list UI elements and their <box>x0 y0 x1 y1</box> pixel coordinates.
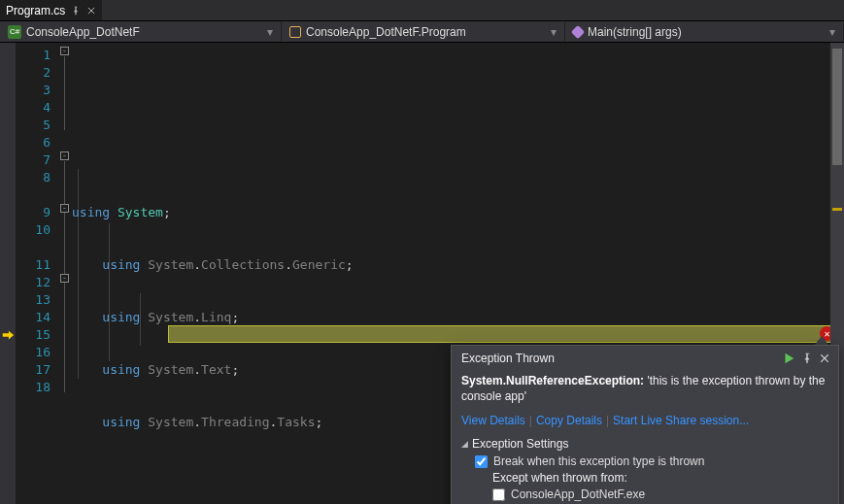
copy-details-link[interactable]: Copy Details <box>536 414 602 427</box>
tab-strip: Program.cs <box>0 0 844 21</box>
fold-box[interactable]: - <box>60 274 69 283</box>
exception-settings-header[interactable]: ◢Exception Settings <box>461 437 828 451</box>
class-icon <box>289 26 301 38</box>
pin-icon[interactable] <box>71 6 81 16</box>
scrollbar-thumb[interactable] <box>832 49 842 165</box>
expander-icon: ◢ <box>461 439 468 449</box>
chevron-down-icon: ▾ <box>829 25 835 39</box>
exception-popup: Exception Thrown System.NullReferenceExc… <box>451 345 839 504</box>
break-checkbox[interactable] <box>475 455 488 468</box>
except-label: Except when thrown from: <box>492 471 828 485</box>
module-checkbox[interactable] <box>492 488 505 501</box>
tab-label: Program.cs <box>6 4 65 17</box>
module-checkbox-row[interactable]: ConsoleApp_DotNetF.exe <box>492 487 828 501</box>
nav-class-label: ConsoleApp_DotNetF.Program <box>306 25 466 39</box>
nav-method-label: Main(string[] args) <box>588 25 682 39</box>
break-checkbox-row[interactable]: Break when this exception type is thrown <box>475 454 828 468</box>
glyph-margin <box>0 43 16 504</box>
close-icon[interactable] <box>86 6 96 16</box>
method-icon <box>571 24 585 38</box>
liveshare-link[interactable]: Start Live Share session... <box>613 414 749 427</box>
nav-project-label: ConsoleApp_DotNetF <box>26 25 140 39</box>
popup-links: View Details|Copy Details|Start Live Sha… <box>461 414 828 427</box>
nav-bar: C# ConsoleApp_DotNetF ▾ ConsoleApp_DotNe… <box>0 21 844 43</box>
fold-box[interactable]: - <box>60 204 69 213</box>
current-statement-icon <box>1 328 15 342</box>
close-icon[interactable] <box>819 353 830 364</box>
nav-class[interactable]: ConsoleApp_DotNetF.Program ▾ <box>282 21 565 42</box>
current-statement-highlight <box>168 325 844 343</box>
view-details-link[interactable]: View Details <box>461 414 525 427</box>
continue-button[interactable] <box>782 352 795 365</box>
csharp-icon: C# <box>8 25 21 39</box>
line-numbers: 123456789101112131415161718 <box>16 43 58 504</box>
popup-title: Exception Thrown <box>461 352 776 365</box>
fold-box[interactable]: - <box>60 151 69 160</box>
nav-project[interactable]: C# ConsoleApp_DotNetF ▾ <box>0 21 282 42</box>
nav-method[interactable]: Main(string[] args) ▾ <box>565 21 844 42</box>
chevron-down-icon: ▾ <box>267 25 273 39</box>
exception-message: System.NullReferenceException: 'this is … <box>461 373 828 404</box>
folding-margin: - - - - <box>58 43 72 504</box>
pin-icon[interactable] <box>801 353 813 364</box>
chevron-down-icon: ▾ <box>551 25 557 39</box>
tab-programcs[interactable]: Program.cs <box>0 0 102 20</box>
fold-box[interactable]: - <box>60 47 69 55</box>
